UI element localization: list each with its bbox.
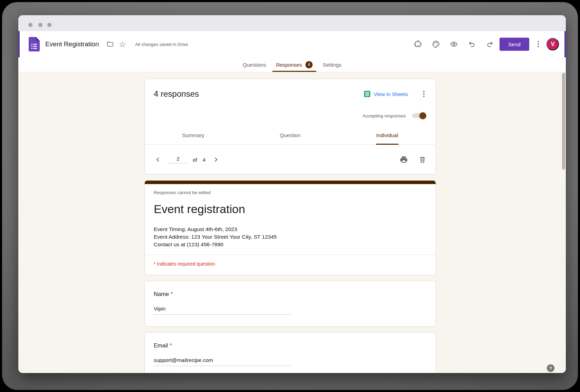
form-description: Event Timing: August 4th-6th, 2023 Event… [154,226,427,248]
description-line: Event Address: 123 Your Street Your City… [154,233,427,241]
form-nav-tabs: Questions Responses 4 Settings [18,57,566,72]
question-card-email: Email* support@mailrecipe.com [144,332,436,373]
more-options-icon[interactable] [535,39,541,49]
google-forms-logo-icon[interactable] [29,37,40,51]
page-content: 4 responses View in Sh [18,72,566,373]
response-pagination-bar: of 4 [145,145,436,174]
undo-icon[interactable] [468,40,476,48]
cannot-edit-notice: Responses cannot be edited [154,190,427,196]
answer-value: support@mailrecipe.com [154,357,291,366]
responses-more-options-icon[interactable] [421,89,427,99]
page-edge-strip [564,31,566,57]
question-label: Email* [154,342,427,349]
subtab-question[interactable]: Question [242,132,339,144]
required-asterisk: * [170,342,172,348]
redo-icon[interactable] [486,40,494,48]
next-response-icon[interactable] [212,155,220,164]
print-response-icon[interactable] [400,155,408,164]
theme-color-bar [144,180,436,184]
google-sheets-icon [364,91,370,97]
form-header-card: Responses cannot be edited Event registr… [144,180,436,275]
required-asterisk: * [171,291,173,297]
send-button[interactable]: Send [500,38,529,51]
accepting-responses-toggle[interactable] [412,113,425,118]
window-control-dot[interactable] [28,23,32,27]
browser-window: Event Registration ☆ All changes saved i… [18,15,566,373]
answer-value: Vipin [154,305,291,315]
add-ons-puzzle-icon[interactable] [414,40,422,48]
page-edge-strip [18,31,20,57]
move-to-folder-icon[interactable] [106,40,114,48]
window-titlebar[interactable] [18,15,566,31]
tab-questions[interactable]: Questions [242,57,267,72]
accepting-responses-label: Accepting responses [363,113,406,118]
window-control-dot[interactable] [47,23,51,27]
required-question-note: * Indicates required question [154,260,427,271]
subtab-individual[interactable]: Individual [339,132,436,144]
response-number-input[interactable] [168,156,188,163]
responses-count-badge: 4 [305,61,313,68]
responses-view-subtabs: Summary Question Individual [145,132,436,145]
question-card-name: Name* Vipin [144,281,436,327]
window-control-dot[interactable] [38,23,42,27]
pagination-total: 4 [203,157,206,163]
tab-responses[interactable]: Responses 4 [275,57,313,72]
forms-app-header: Event Registration ☆ All changes saved i… [18,31,566,57]
account-avatar[interactable]: V [546,38,559,50]
responses-count-title: 4 responses [154,89,199,99]
delete-response-icon[interactable] [418,155,427,164]
save-status-text: All changes saved in Drive [135,42,188,47]
description-line: Contact us at (123) 456-7890 [154,241,427,248]
description-line: Event Timing: August 4th-6th, 2023 [154,226,427,233]
responses-summary-card: 4 responses View in Sh [144,79,436,174]
divider [145,255,436,255]
question-label: Name* [154,290,427,298]
star-icon[interactable]: ☆ [119,40,126,48]
document-title[interactable]: Event Registration [45,40,99,48]
previous-response-icon[interactable] [154,155,162,164]
form-title: Event registration [154,201,427,217]
preview-eye-icon[interactable] [450,40,458,48]
scrollbar-thumb[interactable] [562,73,565,170]
customize-theme-palette-icon[interactable] [432,40,440,48]
subtab-summary[interactable]: Summary [145,132,242,144]
tab-settings[interactable]: Settings [322,57,342,72]
view-in-sheets-link[interactable]: View in Sheets [364,91,408,97]
pagination-of-label: of [193,157,197,163]
help-icon[interactable]: ? [547,364,554,372]
